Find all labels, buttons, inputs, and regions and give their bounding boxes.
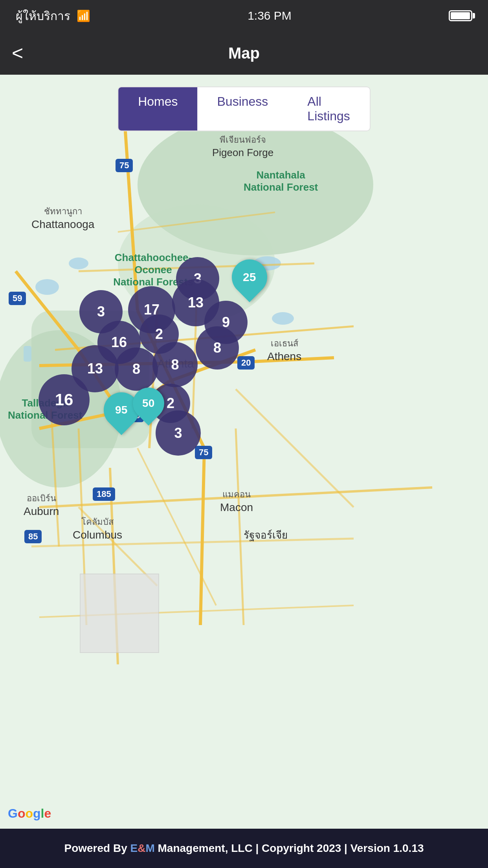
interstate-75-south: 75 bbox=[195, 446, 212, 459]
pin-marker-25[interactable]: 25 bbox=[232, 259, 267, 303]
map-background bbox=[0, 75, 488, 829]
wifi-icon: 📶 bbox=[77, 9, 90, 22]
cluster-marker[interactable]: 8 bbox=[152, 342, 198, 387]
battery-icon bbox=[449, 10, 472, 21]
svg-point-5 bbox=[69, 257, 88, 269]
tab-homes[interactable]: Homes bbox=[118, 87, 197, 131]
status-bar: ผู้ให้บริการ 📶 1:36 PM bbox=[0, 0, 488, 31]
svg-line-11 bbox=[200, 448, 204, 625]
cluster-marker[interactable]: 8 bbox=[196, 326, 239, 370]
interstate-75-north: 75 bbox=[116, 159, 133, 172]
time-label: 1:36 PM bbox=[248, 9, 292, 22]
nav-bar: < Map bbox=[0, 31, 488, 75]
map-container[interactable]: พีเจียนฟอร์จ Pigeon Forge Nantahala Nati… bbox=[0, 75, 488, 829]
back-button[interactable]: < bbox=[12, 43, 23, 63]
google-logo: Google bbox=[8, 806, 51, 821]
filter-tabs: Homes Business All Listings bbox=[117, 86, 371, 131]
map-roads-svg bbox=[0, 75, 488, 829]
footer-em: E bbox=[130, 842, 138, 854]
interstate-59: 59 bbox=[9, 292, 26, 305]
svg-line-28 bbox=[31, 539, 354, 546]
svg-line-16 bbox=[251, 358, 334, 362]
interstate-20: 20 bbox=[237, 356, 255, 370]
footer-text: Powered By E&M Management, LLC | Copyrig… bbox=[64, 842, 424, 855]
interstate-185: 185 bbox=[93, 487, 115, 501]
page-title: Map bbox=[228, 44, 260, 62]
svg-rect-8 bbox=[24, 346, 31, 362]
pin-marker-50[interactable]: 50 bbox=[133, 388, 164, 426]
svg-line-27 bbox=[236, 428, 244, 625]
tab-business[interactable]: Business bbox=[198, 87, 288, 131]
tab-all-listings[interactable]: All Listings bbox=[288, 87, 370, 131]
carrier-label: ผู้ให้บริการ bbox=[16, 7, 70, 25]
footer-bar: Powered By E&M Management, LLC | Copyrig… bbox=[0, 829, 488, 868]
svg-point-7 bbox=[272, 312, 294, 325]
svg-line-33 bbox=[236, 389, 354, 507]
svg-rect-34 bbox=[80, 574, 159, 653]
interstate-85-south: 85 bbox=[24, 530, 42, 543]
footer-m: M bbox=[145, 842, 154, 854]
svg-point-4 bbox=[35, 279, 59, 295]
cluster-marker[interactable]: 16 bbox=[39, 374, 90, 425]
cluster-marker[interactable]: 8 bbox=[115, 348, 158, 391]
